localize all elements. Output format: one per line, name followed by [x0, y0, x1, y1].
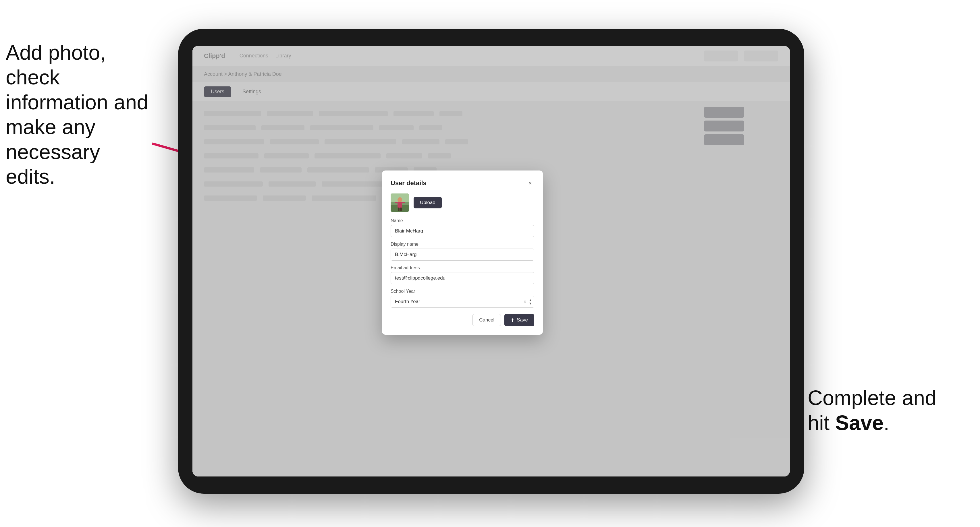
annotation-left-line3: make any [6, 115, 95, 138]
photo-inner [391, 194, 409, 212]
display-name-input[interactable] [391, 249, 534, 260]
modal-title: User details [391, 179, 426, 187]
school-year-field-group: School Year × ▲ ▼ [391, 289, 534, 308]
modal-footer: Cancel ⬆ Save [391, 314, 534, 326]
school-year-input[interactable] [391, 296, 534, 308]
display-name-label: Display name [391, 242, 534, 247]
annotation-right-line1: Complete and [808, 386, 936, 409]
svg-rect-9 [395, 202, 398, 203]
modal-header: User details × [391, 179, 534, 187]
cancel-button[interactable]: Cancel [473, 314, 501, 326]
annotation-right-line2: hit Save. [808, 411, 889, 434]
school-year-wrapper: × ▲ ▼ [391, 296, 534, 308]
annotation-left-line2: information and [6, 91, 148, 114]
display-name-field-group: Display name [391, 242, 534, 260]
name-input[interactable] [391, 225, 534, 237]
name-label: Name [391, 218, 534, 223]
photo-section: Upload [391, 194, 534, 212]
annotation-left-line4: necessary edits. [6, 140, 100, 188]
modal-overlay: User details × [192, 46, 790, 476]
close-button[interactable]: × [526, 179, 534, 187]
clear-school-year-button[interactable]: × [522, 298, 528, 305]
save-button[interactable]: ⬆ Save [504, 314, 534, 326]
save-button-label: Save [517, 317, 528, 323]
annotation-left: Add photo, check information and make an… [6, 40, 155, 189]
school-year-label: School Year [391, 289, 534, 294]
spin-up-button[interactable]: ▲ [529, 298, 532, 302]
person-svg [391, 194, 409, 212]
svg-rect-8 [398, 202, 402, 208]
svg-rect-12 [400, 208, 402, 211]
spin-buttons: ▲ ▼ [529, 298, 532, 305]
svg-point-7 [398, 197, 402, 202]
annotation-right: Complete and hit Save. [808, 386, 957, 435]
tablet-screen: Clipp'd Connections Library Account > An… [192, 46, 790, 476]
user-details-modal: User details × [382, 170, 543, 335]
save-icon: ⬆ [511, 317, 514, 323]
name-field-group: Name [391, 218, 534, 237]
email-input[interactable] [391, 272, 534, 284]
tablet-device: Clipp'd Connections Library Account > An… [178, 29, 804, 494]
annotation-left-line1: Add photo, check [6, 41, 106, 89]
svg-rect-11 [398, 208, 399, 211]
email-label: Email address [391, 265, 534, 270]
email-field-group: Email address [391, 265, 534, 284]
profile-photo-thumb [391, 194, 409, 212]
school-year-controls: × ▲ ▼ [522, 298, 532, 305]
svg-rect-10 [402, 202, 405, 203]
upload-button[interactable]: Upload [414, 197, 442, 208]
app-background: Clipp'd Connections Library Account > An… [192, 46, 790, 476]
spin-down-button[interactable]: ▼ [529, 302, 532, 305]
